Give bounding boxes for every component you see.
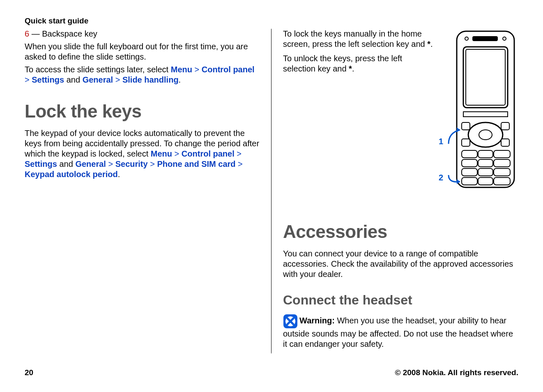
accessories-body: You can connect your device to a range o… xyxy=(283,249,518,279)
key-number-6: 6 xyxy=(25,29,29,38)
warning-paragraph: Warning: When you use the headset, your … xyxy=(283,314,518,349)
warning-label: Warning: xyxy=(299,316,337,325)
lock-manual-text: To lock the keys manually in the home sc… xyxy=(283,29,435,49)
nav-autolock-period[interactable]: Keypad autolock period xyxy=(25,170,118,179)
phone-illustration: 1 2 xyxy=(436,29,518,193)
nav-settings[interactable]: Settings xyxy=(25,159,57,168)
backspace-key-line: 6 — Backspace key xyxy=(25,29,260,39)
svg-rect-20 xyxy=(478,168,493,176)
nav-sep: > xyxy=(113,75,122,84)
nav-security[interactable]: Security xyxy=(115,159,148,168)
nav-sep: > xyxy=(106,159,115,168)
slide-intro-text: When you slide the full keyboard out for… xyxy=(25,42,260,62)
svg-rect-15 xyxy=(494,150,510,158)
svg-rect-19 xyxy=(462,168,477,176)
warning-icon xyxy=(283,314,298,329)
access-prefix: To access the slide settings later, sele… xyxy=(25,65,171,74)
nav-settings[interactable]: Settings xyxy=(32,75,64,84)
svg-rect-16 xyxy=(462,159,477,167)
svg-rect-9 xyxy=(462,122,470,130)
nav-sep: > xyxy=(25,75,32,84)
period: . xyxy=(118,170,120,179)
page-number: 20 xyxy=(25,368,33,377)
unlock-body: To unlock the keys, press the left selec… xyxy=(283,54,402,73)
svg-rect-17 xyxy=(478,159,493,167)
svg-rect-10 xyxy=(501,122,509,130)
svg-rect-6 xyxy=(463,112,508,117)
nav-general[interactable]: General xyxy=(75,159,106,168)
section-header: Quick start guide xyxy=(25,16,518,25)
svg-rect-24 xyxy=(494,178,510,185)
right-column: To lock the keys manually in the home sc… xyxy=(272,29,518,353)
nav-sep: > xyxy=(172,149,182,158)
page-footer: 20 © 2008 Nokia. All rights reserved. xyxy=(25,368,518,377)
left-column: 6 — Backspace key When you slide the ful… xyxy=(25,29,272,353)
lock-intro-path: The keypad of your device locks automati… xyxy=(25,128,260,180)
heading-connect-headset: Connect the headset xyxy=(283,292,518,308)
nav-phone-sim[interactable]: Phone and SIM card xyxy=(157,159,235,168)
nav-control-panel[interactable]: Control panel xyxy=(202,65,255,74)
star-key: * xyxy=(349,64,352,73)
and-text: and xyxy=(57,159,75,168)
backspace-key-label: — Backspace key xyxy=(29,29,97,38)
nav-slide-handling[interactable]: Slide handling xyxy=(122,75,179,84)
svg-rect-11 xyxy=(462,139,470,146)
callout-2: 2 xyxy=(439,173,443,183)
heading-lock-the-keys: Lock the keys xyxy=(25,100,260,122)
svg-rect-18 xyxy=(494,159,510,167)
nav-sep: > xyxy=(148,159,157,168)
nav-sep: > xyxy=(192,65,202,74)
nav-sep: > xyxy=(236,159,243,168)
svg-point-8 xyxy=(479,130,492,140)
callout-1: 1 xyxy=(439,136,443,147)
lock-manual-body: To lock the keys manually in the home sc… xyxy=(283,29,427,48)
svg-rect-21 xyxy=(494,168,510,176)
nav-menu[interactable]: Menu xyxy=(151,149,172,158)
svg-rect-1 xyxy=(472,36,498,41)
and-text: and xyxy=(64,75,82,84)
svg-rect-22 xyxy=(462,178,477,185)
copyright-text: © 2008 Nokia. All rights reserved. xyxy=(395,368,518,377)
nav-control-panel[interactable]: Control panel xyxy=(182,149,235,158)
svg-rect-12 xyxy=(501,139,509,146)
svg-rect-13 xyxy=(462,150,477,158)
two-column-layout: 6 — Backspace key When you slide the ful… xyxy=(25,29,518,353)
slide-access-path: To access the slide settings later, sele… xyxy=(25,65,260,85)
star-key: * xyxy=(427,39,430,48)
nav-menu[interactable]: Menu xyxy=(171,65,192,74)
unlock-text: To unlock the keys, press the left selec… xyxy=(283,53,435,74)
svg-rect-5 xyxy=(466,49,505,105)
dot: . xyxy=(430,39,433,48)
nav-sep: > xyxy=(235,149,242,158)
period: . xyxy=(179,75,181,84)
nav-general[interactable]: General xyxy=(83,75,113,84)
svg-rect-23 xyxy=(478,178,493,185)
heading-accessories: Accessories xyxy=(283,220,518,243)
dot: . xyxy=(352,64,354,73)
svg-rect-14 xyxy=(478,150,493,158)
